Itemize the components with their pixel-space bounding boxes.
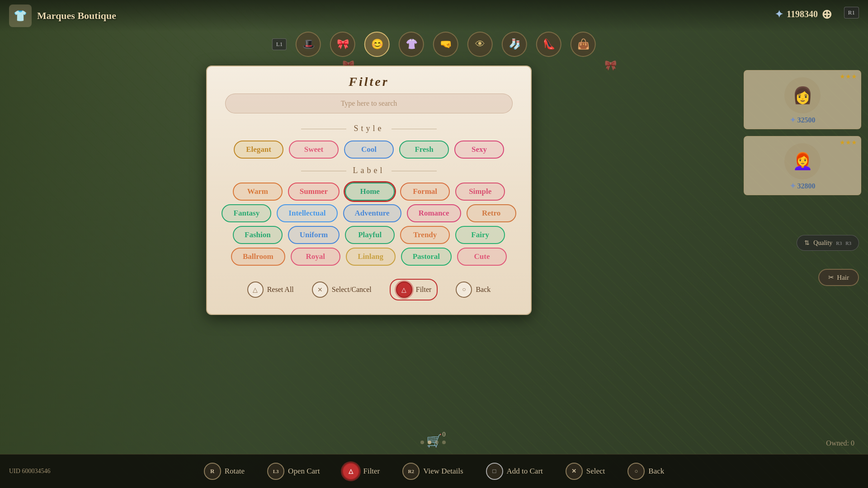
uid-text: UID 600034546: [9, 468, 50, 475]
item-card-1[interactable]: ★★★ 👩 ✦ 32500: [744, 70, 861, 129]
back-bottom-button[interactable]: ○ Back: [627, 463, 664, 480]
price-icon-1: ✦: [790, 116, 796, 124]
item-thumbnail-1: 👩: [784, 77, 821, 113]
tag-elegant[interactable]: Elegant: [234, 141, 283, 159]
r1-button[interactable]: R1: [844, 7, 859, 19]
nav-dots: [420, 441, 446, 444]
tag-simple[interactable]: Simple: [455, 183, 505, 201]
nav-icon-hands[interactable]: 🤜: [433, 32, 458, 57]
hair-label: Hair: [837, 274, 849, 282]
nav-icon-shoes[interactable]: 👠: [536, 32, 561, 57]
reset-label: Reset All: [267, 286, 294, 294]
tag-formal[interactable]: Formal: [400, 183, 450, 201]
tag-warm[interactable]: Warm: [233, 183, 283, 201]
filter-title-bar: Filter: [207, 66, 531, 94]
dot-2: [428, 441, 431, 444]
tag-fairy[interactable]: Fairy: [455, 226, 505, 244]
tag-romance[interactable]: Romance: [407, 204, 461, 222]
nav-icon-eyes[interactable]: 👁: [467, 32, 493, 57]
view-details-icon: R2: [402, 463, 420, 480]
sort-icon: ⇅: [804, 239, 810, 247]
top-bar: 👕 Marques Boutique ✦ 1198340 ⊕ R1: [0, 0, 868, 32]
price-icon-2: ✦: [790, 182, 796, 190]
item-card-2[interactable]: ★★★ 👩‍🦰 ✦ 32800: [744, 136, 861, 195]
select-label: Select: [586, 467, 605, 476]
item-stars-2: ★★★: [840, 139, 857, 146]
r3-badge2: R3: [845, 240, 851, 246]
item-price-2: ✦ 32800: [790, 182, 816, 190]
shop-name: Marques Boutique: [37, 10, 116, 22]
item-stars-1: ★★★: [840, 73, 857, 80]
item-price-1: ✦ 32500: [790, 116, 816, 124]
profile-icon: ⊕: [821, 7, 832, 22]
label-row-3: Fashion Uniform Playful Trendy Fairy: [207, 224, 531, 246]
nav-icon-socks[interactable]: 🧦: [502, 32, 527, 57]
select-cancel-button[interactable]: ✕ Select/Cancel: [312, 282, 372, 298]
tag-adventure[interactable]: Adventure: [343, 204, 401, 222]
reset-all-button[interactable]: △ Reset All: [247, 282, 294, 298]
tag-retro[interactable]: Retro: [467, 204, 516, 222]
tag-playful[interactable]: Playful: [345, 226, 395, 244]
select-cancel-icon: ✕: [312, 282, 328, 298]
cart-count: 0: [443, 431, 446, 438]
tag-home[interactable]: Home: [345, 183, 395, 201]
quality-button[interactable]: ⇅ Quality R3 R3: [797, 235, 859, 251]
open-cart-button[interactable]: L3 Open Cart: [267, 463, 320, 480]
tag-uniform[interactable]: Uniform: [288, 226, 340, 244]
tag-pastoral[interactable]: Pastoral: [401, 248, 452, 266]
tag-fresh[interactable]: Fresh: [399, 141, 449, 159]
nav-icons-row: L1 🎩 🎀 😊 👚 🤜 👁 🧦 👠 👜: [272, 32, 596, 57]
search-area[interactable]: [207, 94, 531, 120]
view-details-label: View Details: [423, 467, 463, 476]
back-icon: ○: [456, 282, 472, 298]
select-bottom-button[interactable]: ✕ Select: [566, 463, 605, 480]
back-label: Back: [476, 286, 491, 294]
filter-title: Filter: [349, 75, 389, 89]
tag-royal[interactable]: Royal: [291, 248, 340, 266]
open-cart-icon: L3: [267, 463, 284, 480]
hair-icon: ✂: [828, 273, 834, 282]
filter-button[interactable]: △ Filter: [390, 279, 438, 300]
tag-cute[interactable]: Cute: [457, 248, 507, 266]
rotate-button[interactable]: R Rotate: [204, 463, 245, 480]
search-input[interactable]: [225, 94, 513, 113]
tag-sexy[interactable]: Sexy: [454, 141, 504, 159]
nav-icon-hat[interactable]: 🎩: [296, 32, 321, 57]
rotate-icon: R: [204, 463, 221, 480]
view-details-button[interactable]: R2 View Details: [402, 463, 463, 480]
rotate-label: Rotate: [225, 467, 245, 476]
open-cart-label: Open Cart: [288, 467, 320, 476]
dialog-controls: △ Reset All ✕ Select/Cancel △ Filter ○ B…: [207, 267, 531, 300]
tag-trendy[interactable]: Trendy: [400, 226, 450, 244]
tag-fantasy[interactable]: Fantasy: [222, 204, 271, 222]
filter-bottom-button[interactable]: △ Filter: [342, 463, 380, 480]
r3-badge: R3: [836, 240, 842, 246]
tag-cool[interactable]: Cool: [344, 141, 394, 159]
tag-sweet[interactable]: Sweet: [289, 141, 339, 159]
label-row-2: Fantasy Intellectual Adventure Romance R…: [207, 202, 531, 224]
tag-summer[interactable]: Summer: [288, 183, 340, 201]
tag-linlang[interactable]: Linlang: [346, 248, 396, 266]
tag-intellectual[interactable]: Intellectual: [277, 204, 337, 222]
l1-button[interactable]: L1: [272, 38, 287, 50]
currency-amount: 1198340: [787, 9, 818, 19]
add-to-cart-button[interactable]: □ Add to Cart: [486, 463, 543, 480]
filter-label: Filter: [416, 286, 432, 294]
add-to-cart-label: Add to Cart: [507, 467, 543, 476]
select-cancel-label: Select/Cancel: [332, 286, 372, 294]
hair-button[interactable]: ✂ Hair: [818, 269, 859, 286]
nav-icon-head[interactable]: 😊: [364, 32, 390, 57]
tag-ballroom[interactable]: Ballroom: [231, 248, 285, 266]
nav-icon-bag[interactable]: 👜: [571, 32, 596, 57]
back-bottom-icon: ○: [627, 463, 645, 480]
style-section-header: Style: [207, 124, 531, 133]
shop-icon: 👕: [9, 5, 32, 27]
dot-1: [420, 441, 424, 444]
back-button[interactable]: ○ Back: [456, 282, 491, 298]
nav-icon-ribbon[interactable]: 🎀: [330, 32, 355, 57]
style-tags-row: Elegant Sweet Cool Fresh Sexy: [207, 139, 531, 160]
nav-icon-top[interactable]: 👚: [399, 32, 424, 57]
tag-fashion[interactable]: Fashion: [233, 226, 283, 244]
filter-bottom-label: Filter: [363, 467, 380, 476]
label-row-1: Warm Summer Home Formal Simple: [207, 181, 531, 202]
